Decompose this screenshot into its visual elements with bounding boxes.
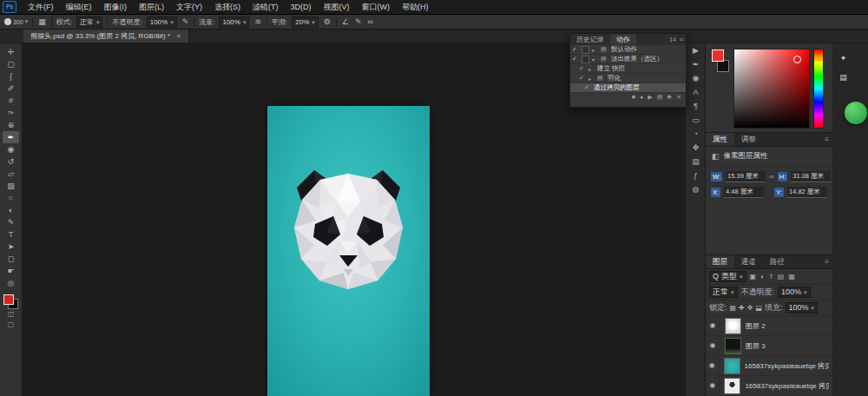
menu-edit[interactable]: 编辑(E) [60, 2, 98, 13]
x-field[interactable]: 4.48 厘米 [724, 187, 764, 198]
dodge-tool[interactable]: ◐ [3, 204, 19, 216]
path-selection-tool[interactable]: ➤ [3, 241, 19, 253]
menu-window[interactable]: 窗口(W) [356, 2, 397, 13]
histogram-icon[interactable]: ◔ [688, 129, 703, 140]
record-icon[interactable]: ● [640, 94, 643, 101]
link-dimensions-icon[interactable]: ∞ [769, 173, 774, 181]
panel-menu-icon[interactable]: ≡ [825, 133, 832, 146]
tab-properties[interactable]: 属性 [706, 133, 734, 146]
tab-channels[interactable]: 通道 [734, 255, 763, 268]
filter-shape-icon[interactable]: ▤ [777, 273, 786, 280]
menu-layer[interactable]: 图层(L) [133, 2, 170, 13]
quick-selection-tool[interactable]: ✐ [3, 82, 19, 95]
filter-pixel-icon[interactable]: ▣ [749, 273, 758, 280]
character-panel-icon[interactable]: A [688, 87, 703, 98]
zoom-tool[interactable]: ◎ [3, 277, 19, 289]
stop-icon[interactable]: ■ [632, 94, 635, 101]
dialog-toggle-box[interactable] [582, 56, 589, 63]
crop-tool[interactable]: # [3, 95, 19, 107]
y-field[interactable]: 14.82 厘米 [787, 187, 827, 198]
layer-row[interactable]: ◉ 165837sykpasieauetqe 拷贝 2 [706, 356, 832, 376]
lock-transparency-icon[interactable]: ▦ [730, 304, 737, 312]
expand-icon[interactable]: ▾ [592, 56, 598, 63]
tab-actions[interactable]: 动作 [610, 34, 636, 45]
smoothing-gear-icon[interactable]: ⚙ [323, 17, 332, 26]
libraries-icon[interactable]: ▤ [837, 72, 850, 83]
screen-mode-button[interactable]: ▢ [3, 320, 19, 330]
eyedropper-tool[interactable]: ✑ [3, 107, 19, 119]
layer-filter-select[interactable]: Q 类型 ▾ [709, 271, 746, 282]
color-swatches[interactable] [3, 294, 18, 309]
expand-icon[interactable]: ▸ [592, 47, 598, 53]
visibility-eye-icon[interactable]: ◉ [706, 356, 720, 375]
layer-thumbnail[interactable] [724, 358, 740, 374]
action-row[interactable]: ✓ ▾ ▤ 淡出效果（选区） [570, 55, 686, 64]
foreground-color-swatch[interactable] [3, 294, 14, 305]
menu-image[interactable]: 图像(I) [98, 2, 134, 13]
quick-mask-button[interactable]: ◫ [3, 309, 19, 320]
pressure-size-icon[interactable]: ✎ [354, 17, 363, 26]
history-brush-tool[interactable]: ↺ [3, 155, 19, 168]
document-artboard[interactable] [267, 106, 430, 396]
action-row-selected[interactable]: ✓ 通过拷贝的图层 [570, 83, 686, 93]
brush-tool[interactable]: ✒ [3, 131, 19, 143]
width-field[interactable]: 15.39 厘米 [726, 171, 766, 182]
menu-select[interactable]: 选择(S) [208, 2, 247, 13]
lock-all-icon[interactable]: ⬓ [755, 304, 762, 312]
tab-paths[interactable]: 路径 [763, 255, 792, 268]
clone-source-icon[interactable]: ◉ [688, 73, 703, 84]
notes-icon[interactable]: ◍ [688, 184, 703, 195]
clone-stamp-tool[interactable]: ◉ [3, 143, 19, 155]
floating-help-badge[interactable] [845, 102, 867, 124]
action-toggle-check[interactable]: ✓ [579, 75, 586, 82]
layer-name[interactable]: 图层 3 [746, 341, 766, 351]
visibility-eye-icon[interactable]: ◉ [706, 316, 720, 335]
layer-thumbnail[interactable] [725, 338, 741, 354]
dialog-toggle-box[interactable] [582, 46, 589, 54]
brush-preset-picker[interactable]: 300 ▾ [4, 18, 28, 25]
layer-blend-mode-select[interactable]: 正常 ▾ [709, 287, 738, 298]
new-set-icon[interactable]: ▤ [657, 94, 663, 101]
layer-name[interactable]: 图层 2 [746, 321, 766, 331]
brush-settings-icon[interactable]: ✒ [688, 59, 703, 70]
layer-row[interactable]: ◉ 图层 2 [706, 316, 832, 336]
healing-brush-tool[interactable]: ⊕ [3, 119, 19, 131]
play-icon[interactable]: ▶ [648, 94, 652, 101]
gradient-tool[interactable]: ▨ [3, 180, 19, 192]
timeline-icon[interactable]: ▭ [688, 115, 703, 126]
delete-icon[interactable]: ✕ [676, 94, 681, 101]
brush-panel-toggle-icon[interactable]: ▦ [37, 17, 47, 26]
action-toggle-check[interactable]: ✓ [584, 84, 591, 91]
expand-icon[interactable]: ▸ [589, 76, 595, 82]
action-toggle-check[interactable]: ✓ [572, 56, 579, 63]
layer-opacity-select[interactable]: 100% ▾ [778, 287, 811, 298]
lasso-tool[interactable]: ʃ [3, 70, 19, 82]
menu-filter[interactable]: 滤镜(T) [247, 2, 285, 13]
filter-smartobject-icon[interactable]: ▦ [787, 273, 796, 280]
panel-menu-icon[interactable]: ≡ [680, 36, 683, 43]
pressure-opacity-icon[interactable]: ✎ [181, 17, 190, 26]
menu-type[interactable]: 文字(Y) [170, 2, 208, 13]
tab-layers[interactable]: 图层 [706, 255, 734, 268]
panel-menu-icon[interactable]: ≡ [825, 255, 832, 268]
navigator-icon[interactable]: ✥ [688, 142, 703, 154]
menu-3d[interactable]: 3D(D) [285, 3, 318, 11]
lock-position-icon[interactable]: ✥ [747, 304, 753, 312]
foreground-color-swatch[interactable] [712, 50, 724, 62]
shape-tool[interactable]: ◻ [3, 253, 19, 265]
filter-type-icon[interactable]: T [768, 273, 774, 280]
move-tool[interactable]: ✛ [3, 46, 19, 58]
tab-adjustments[interactable]: 调整 [734, 133, 763, 146]
menu-help[interactable]: 帮助(H) [396, 2, 435, 13]
styles-icon[interactable]: ▤ [688, 156, 703, 168]
smoothing-select[interactable]: 20% ▾ [292, 16, 319, 28]
paint-symmetry-icon[interactable]: ∞ [366, 17, 373, 26]
flow-select[interactable]: 100% ▾ [219, 16, 249, 28]
blend-mode-select[interactable]: 正常 ▾ [76, 16, 103, 28]
background-color-swatch[interactable] [717, 60, 729, 72]
learn-icon[interactable]: ✦ [837, 53, 850, 64]
visibility-eye-icon[interactable]: ◉ [706, 376, 720, 395]
document-tab[interactable]: 熊猫头.psd @ 33.3% (图层 2 拷贝, RGB/8#) * ✕ [23, 30, 189, 43]
action-row[interactable]: ✓ ▸ 建立 快照 [570, 64, 686, 74]
menu-view[interactable]: 视图(V) [318, 2, 356, 13]
